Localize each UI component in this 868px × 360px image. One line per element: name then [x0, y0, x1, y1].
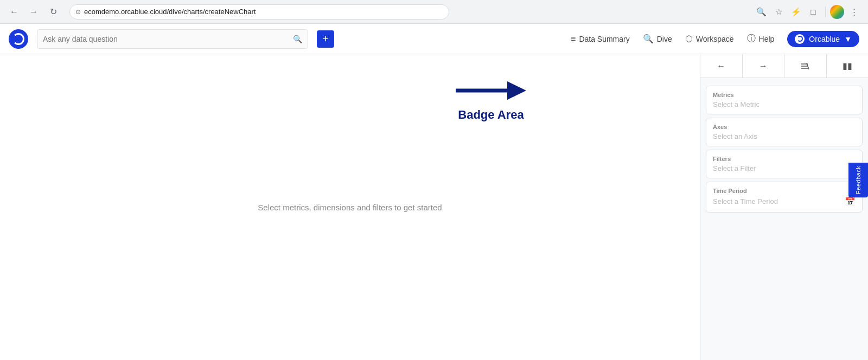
feedback-wrapper: Feedback: [848, 163, 868, 197]
app-header: 🔍 + ≡ Data Summary 🔍 Dive ⬡ Workspace ⓘ …: [0, 24, 868, 54]
browser-chrome: ← → ↻ ⊙ ecomdemo.orcablue.cloud/dive/cha…: [0, 0, 868, 24]
clear-icon: [800, 61, 810, 71]
address-bar: ⊙ ecomdemo.orcablue.cloud/dive/charts/cr…: [69, 4, 449, 20]
browser-bookmark-button[interactable]: ☆: [771, 4, 786, 20]
browser-divider: [825, 7, 826, 17]
panel-back-button[interactable]: ←: [700, 54, 743, 78]
user-avatar[interactable]: [830, 5, 844, 19]
orcablue-logo-inner: [797, 36, 803, 42]
header-nav: ≡ Data Summary 🔍 Dive ⬡ Workspace ⓘ Help…: [571, 31, 859, 47]
time-period-section[interactable]: Time Period Select a Time Period 📅: [706, 182, 863, 213]
search-icon: 🔍: [293, 35, 302, 43]
axes-section[interactable]: Axes Select an Axis: [706, 118, 863, 146]
app-logo[interactable]: [9, 29, 28, 49]
workspace-icon: ⬡: [685, 34, 693, 44]
help-icon: ⓘ: [747, 33, 756, 44]
filters-label: Filters: [713, 156, 856, 162]
content-area: Badge Area Select metrics, dimensions an…: [0, 54, 700, 360]
badge-area-container: Badge Area: [456, 76, 526, 122]
browser-right-icons: 🔍 ☆ ⚡ □ ⋮: [754, 4, 861, 20]
dive-icon: 🔍: [643, 34, 654, 44]
nav-dive[interactable]: 🔍 Dive: [643, 34, 672, 44]
time-period-label: Time Period: [713, 188, 856, 194]
panel-toolbar: ← → ▮▮: [700, 54, 868, 78]
orcablue-logo: [795, 34, 805, 44]
browser-extension2-button[interactable]: □: [806, 4, 821, 20]
orcablue-label: Orcablue: [809, 35, 840, 43]
browser-menu-button[interactable]: ⋮: [846, 4, 861, 20]
filters-section[interactable]: Filters Select a Filter: [706, 150, 863, 178]
browser-forward-button[interactable]: →: [26, 4, 41, 20]
add-button[interactable]: +: [317, 30, 334, 48]
axes-label: Axes: [713, 124, 856, 130]
metrics-placeholder: Select a Metric: [713, 100, 856, 108]
orcablue-chevron-icon: ▼: [844, 35, 852, 43]
nav-help-label: Help: [759, 35, 775, 43]
time-period-row: Select a Time Period 📅: [713, 196, 856, 207]
panel-clear-button[interactable]: [784, 54, 827, 78]
panel-sections: Metrics Select a Metric Axes Select an A…: [700, 78, 868, 360]
right-arrow-icon: [456, 76, 526, 106]
main-layout: Badge Area Select metrics, dimensions an…: [0, 54, 868, 360]
panel-forward-button[interactable]: →: [743, 54, 785, 78]
logo-inner: [12, 33, 24, 45]
browser-back-button[interactable]: ←: [7, 4, 22, 20]
browser-extension-button[interactable]: ⚡: [788, 4, 803, 20]
calendar-icon: 📅: [845, 196, 856, 207]
filters-placeholder: Select a Filter: [713, 164, 856, 172]
browser-reload-button[interactable]: ↻: [46, 4, 61, 20]
url-text: ecomdemo.orcablue.cloud/dive/charts/crea…: [84, 8, 443, 16]
nav-workspace-label: Workspace: [696, 35, 734, 43]
panel-pause-button[interactable]: ▮▮: [827, 54, 869, 78]
right-panel: ← → ▮▮ Metrics Select a Metric Axes: [700, 54, 868, 360]
badge-area-label: Badge Area: [458, 108, 524, 122]
metrics-section[interactable]: Metrics Select a Metric: [706, 86, 863, 114]
search-input[interactable]: [43, 35, 289, 43]
nav-data-summary-label: Data Summary: [579, 35, 629, 43]
feedback-tab[interactable]: Feedback: [848, 163, 868, 197]
orcablue-button[interactable]: Orcablue ▼: [787, 31, 859, 47]
nav-workspace[interactable]: ⬡ Workspace: [685, 34, 734, 44]
empty-state-text: Select metrics, dimensions and filters t…: [258, 203, 442, 212]
axes-placeholder: Select an Axis: [713, 132, 856, 140]
search-bar[interactable]: 🔍: [37, 29, 308, 49]
data-summary-icon: ≡: [571, 34, 576, 44]
metrics-label: Metrics: [713, 92, 856, 98]
time-period-placeholder: Select a Time Period: [713, 197, 778, 205]
svg-marker-1: [507, 81, 526, 100]
nav-help[interactable]: ⓘ Help: [747, 33, 775, 44]
nav-dive-label: Dive: [657, 35, 672, 43]
nav-data-summary[interactable]: ≡ Data Summary: [571, 34, 630, 44]
browser-search-button[interactable]: 🔍: [754, 4, 769, 20]
address-icon: ⊙: [75, 8, 81, 16]
